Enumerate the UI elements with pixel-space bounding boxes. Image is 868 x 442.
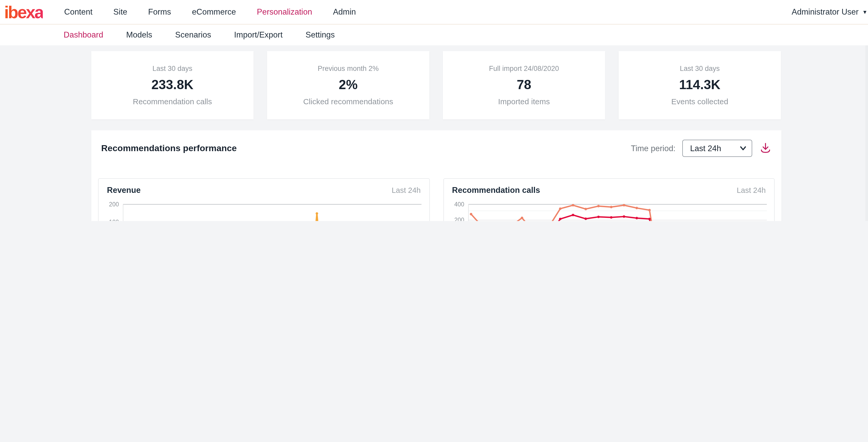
- stat-period: Previous month 2%: [318, 65, 379, 72]
- user-name: Administrator User: [792, 7, 859, 17]
- nav-ecommerce[interactable]: eCommerce: [192, 7, 236, 17]
- main-nav: Content Site Forms eCommerce Personaliza…: [64, 0, 356, 24]
- nav-admin[interactable]: Admin: [333, 7, 356, 17]
- charts-row: Revenue Last 24h 200100502010521010:0012…: [98, 178, 775, 221]
- chart-period: Last 24h: [392, 186, 421, 195]
- stat-card-recommendation-calls: Last 30 days 233.8K Recommendation calls: [91, 51, 253, 120]
- user-menu[interactable]: Administrator User ▾: [792, 0, 866, 24]
- chart-period: Last 24h: [737, 186, 766, 195]
- page: ibexa Content Site Forms eCommerce Perso…: [0, 0, 868, 221]
- section-title: Recommendations performance: [101, 143, 237, 154]
- download-icon[interactable]: [759, 142, 772, 155]
- time-period-value: Last 24h: [690, 144, 721, 153]
- svg-text:400: 400: [454, 201, 464, 208]
- stat-period: Full import 24/08/2020: [489, 65, 559, 72]
- chart-title: Revenue: [107, 185, 141, 195]
- tab-dashboard[interactable]: Dashboard: [64, 30, 103, 40]
- stat-cards-row: Last 30 days 233.8K Recommendation calls…: [91, 51, 781, 120]
- time-period-select[interactable]: Last 24h: [682, 140, 752, 157]
- stat-label: Clicked recommendations: [303, 97, 393, 106]
- stat-card-events-collected: Last 30 days 114.3K Events collected: [619, 51, 781, 120]
- time-period-control: Time period: Last 24h: [631, 140, 772, 157]
- stat-label: Imported items: [498, 97, 550, 106]
- stat-value: 114.3K: [679, 77, 721, 92]
- chart-title: Recommendation calls: [452, 185, 540, 195]
- tab-import-export[interactable]: Import/Export: [234, 30, 282, 40]
- tab-settings[interactable]: Settings: [306, 30, 335, 40]
- stat-card-imported-items: Full import 24/08/2020 78 Imported items: [443, 51, 605, 120]
- top-bar: ibexa Content Site Forms eCommerce Perso…: [0, 0, 868, 24]
- svg-text:100: 100: [109, 219, 119, 221]
- stat-label: Recommendation calls: [133, 97, 212, 106]
- sub-nav: Dashboard Models Scenarios Import/Export…: [0, 24, 868, 45]
- stat-value: 233.8K: [151, 77, 193, 92]
- performance-header: Recommendations performance Time period:…: [101, 140, 772, 157]
- chevron-down-icon: [740, 146, 746, 150]
- nav-personalization[interactable]: Personalization: [257, 7, 312, 17]
- calls-chart-card: Recommendation calls Last 24h 4002001005…: [443, 178, 775, 221]
- stat-value: 78: [517, 77, 531, 92]
- stat-value: 2%: [339, 77, 358, 92]
- tab-scenarios[interactable]: Scenarios: [175, 30, 211, 40]
- svg-text:200: 200: [109, 201, 119, 208]
- stat-card-clicked-recommendations: Previous month 2% 2% Clicked recommendat…: [267, 51, 429, 120]
- stat-period: Last 30 days: [152, 65, 192, 72]
- stat-period: Last 30 days: [680, 65, 720, 72]
- nav-content[interactable]: Content: [64, 7, 93, 17]
- stat-label: Events collected: [671, 97, 728, 106]
- tab-models[interactable]: Models: [126, 30, 152, 40]
- ibexa-logo[interactable]: ibexa: [4, 2, 43, 23]
- nav-site[interactable]: Site: [114, 7, 127, 17]
- performance-panel: Recommendations performance Time period:…: [91, 130, 781, 221]
- nav-forms[interactable]: Forms: [148, 7, 171, 17]
- svg-text:200: 200: [454, 216, 464, 221]
- calls-line-chart: 400200100502010521010:0012:0014:0016:001…: [445, 198, 770, 221]
- page-scrollbar[interactable]: [865, 24, 868, 221]
- chevron-down-icon: ▾: [863, 8, 866, 15]
- revenue-line-chart: 200100502010521010:0012:0014:0016:0018:0…: [100, 198, 425, 221]
- revenue-chart-card: Revenue Last 24h 200100502010521010:0012…: [98, 178, 430, 221]
- time-period-label: Time period:: [631, 144, 676, 153]
